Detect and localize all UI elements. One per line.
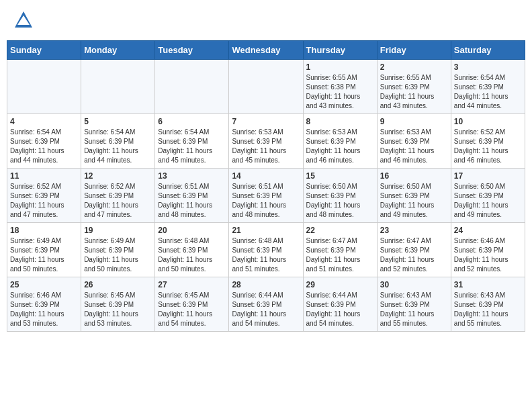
calendar-cell: 2Sunrise: 6:55 AM Sunset: 6:39 PM Daylig… bbox=[377, 60, 451, 114]
calendar-cell: 7Sunrise: 6:53 AM Sunset: 6:39 PM Daylig… bbox=[229, 114, 303, 169]
day-info: Sunrise: 6:50 AM Sunset: 6:39 PM Dayligh… bbox=[380, 183, 435, 218]
calendar-cell: 25Sunrise: 6:46 AM Sunset: 6:39 PM Dayli… bbox=[7, 277, 81, 332]
day-number: 12 bbox=[84, 171, 152, 181]
day-info: Sunrise: 6:52 AM Sunset: 6:39 PM Dayligh… bbox=[454, 128, 508, 164]
weekday-header-row: SundayMondayTuesdayWednesdayThursdayFrid… bbox=[7, 41, 525, 60]
day-number: 18 bbox=[10, 226, 78, 235]
calendar-cell: 30Sunrise: 6:43 AM Sunset: 6:39 PM Dayli… bbox=[377, 277, 451, 332]
calendar-cell: 1Sunrise: 6:55 AM Sunset: 6:38 PM Daylig… bbox=[303, 60, 377, 114]
day-number: 6 bbox=[158, 117, 226, 126]
calendar-cell bbox=[7, 60, 81, 114]
weekday-header-sunday: Sunday bbox=[7, 41, 81, 60]
day-number: 11 bbox=[10, 171, 78, 181]
calendar-cell: 6Sunrise: 6:54 AM Sunset: 6:39 PM Daylig… bbox=[155, 114, 229, 169]
logo-icon bbox=[13, 10, 34, 30]
calendar-cell: 29Sunrise: 6:44 AM Sunset: 6:39 PM Dayli… bbox=[303, 277, 377, 332]
calendar-cell: 19Sunrise: 6:49 AM Sunset: 6:39 PM Dayli… bbox=[81, 223, 155, 277]
day-info: Sunrise: 6:55 AM Sunset: 6:39 PM Dayligh… bbox=[380, 74, 435, 109]
weekday-header-friday: Friday bbox=[377, 41, 451, 60]
day-number: 3 bbox=[454, 62, 522, 72]
day-info: Sunrise: 6:45 AM Sunset: 6:39 PM Dayligh… bbox=[158, 291, 212, 327]
day-number: 19 bbox=[84, 226, 152, 235]
calendar-cell: 8Sunrise: 6:53 AM Sunset: 6:39 PM Daylig… bbox=[303, 114, 377, 169]
day-info: Sunrise: 6:48 AM Sunset: 6:39 PM Dayligh… bbox=[232, 237, 286, 273]
calendar-cell: 26Sunrise: 6:45 AM Sunset: 6:39 PM Dayli… bbox=[81, 277, 155, 332]
calendar-cell: 13Sunrise: 6:51 AM Sunset: 6:39 PM Dayli… bbox=[155, 169, 229, 223]
day-number: 24 bbox=[454, 226, 522, 235]
day-number: 4 bbox=[10, 117, 78, 126]
calendar-cell: 10Sunrise: 6:52 AM Sunset: 6:39 PM Dayli… bbox=[451, 114, 525, 169]
weekday-header-thursday: Thursday bbox=[303, 41, 377, 60]
day-info: Sunrise: 6:52 AM Sunset: 6:39 PM Dayligh… bbox=[10, 183, 64, 218]
day-number: 27 bbox=[158, 280, 226, 289]
day-number: 23 bbox=[380, 226, 448, 235]
day-info: Sunrise: 6:54 AM Sunset: 6:39 PM Dayligh… bbox=[158, 128, 212, 164]
day-number: 5 bbox=[84, 117, 152, 126]
calendar-cell: 24Sunrise: 6:46 AM Sunset: 6:39 PM Dayli… bbox=[451, 223, 525, 277]
calendar-cell: 28Sunrise: 6:44 AM Sunset: 6:39 PM Dayli… bbox=[229, 277, 303, 332]
calendar-cell: 31Sunrise: 6:43 AM Sunset: 6:39 PM Dayli… bbox=[451, 277, 525, 332]
day-info: Sunrise: 6:54 AM Sunset: 6:39 PM Dayligh… bbox=[10, 128, 64, 164]
calendar-cell: 23Sunrise: 6:47 AM Sunset: 6:39 PM Dayli… bbox=[377, 223, 451, 277]
day-number: 20 bbox=[158, 226, 226, 235]
day-number: 15 bbox=[306, 171, 374, 181]
day-number: 29 bbox=[306, 280, 374, 289]
day-info: Sunrise: 6:43 AM Sunset: 6:39 PM Dayligh… bbox=[380, 291, 435, 327]
day-info: Sunrise: 6:46 AM Sunset: 6:39 PM Dayligh… bbox=[454, 237, 508, 273]
calendar-cell bbox=[155, 60, 229, 114]
calendar-cell bbox=[81, 60, 155, 114]
day-info: Sunrise: 6:51 AM Sunset: 6:39 PM Dayligh… bbox=[232, 183, 286, 218]
day-number: 9 bbox=[380, 117, 448, 126]
logo bbox=[13, 10, 36, 30]
day-number: 13 bbox=[158, 171, 226, 181]
calendar-cell: 12Sunrise: 6:52 AM Sunset: 6:39 PM Dayli… bbox=[81, 169, 155, 223]
calendar-cell bbox=[229, 60, 303, 114]
day-info: Sunrise: 6:53 AM Sunset: 6:39 PM Dayligh… bbox=[232, 128, 286, 164]
calendar-week-row: 18Sunrise: 6:49 AM Sunset: 6:39 PM Dayli… bbox=[7, 223, 525, 277]
day-info: Sunrise: 6:47 AM Sunset: 6:39 PM Dayligh… bbox=[380, 237, 435, 273]
calendar-week-row: 1Sunrise: 6:55 AM Sunset: 6:38 PM Daylig… bbox=[7, 60, 525, 114]
day-number: 14 bbox=[232, 171, 300, 181]
calendar-week-row: 4Sunrise: 6:54 AM Sunset: 6:39 PM Daylig… bbox=[7, 114, 525, 169]
day-number: 1 bbox=[306, 62, 374, 72]
day-info: Sunrise: 6:44 AM Sunset: 6:39 PM Dayligh… bbox=[232, 291, 286, 327]
calendar-cell: 9Sunrise: 6:53 AM Sunset: 6:39 PM Daylig… bbox=[377, 114, 451, 169]
day-info: Sunrise: 6:51 AM Sunset: 6:39 PM Dayligh… bbox=[158, 183, 212, 218]
calendar-cell: 20Sunrise: 6:48 AM Sunset: 6:39 PM Dayli… bbox=[155, 223, 229, 277]
calendar-cell: 18Sunrise: 6:49 AM Sunset: 6:39 PM Dayli… bbox=[7, 223, 81, 277]
day-info: Sunrise: 6:49 AM Sunset: 6:39 PM Dayligh… bbox=[10, 237, 64, 273]
day-number: 22 bbox=[306, 226, 374, 235]
calendar-cell: 16Sunrise: 6:50 AM Sunset: 6:39 PM Dayli… bbox=[377, 169, 451, 223]
day-number: 31 bbox=[454, 280, 522, 289]
day-number: 21 bbox=[232, 226, 300, 235]
day-number: 17 bbox=[454, 171, 522, 181]
day-info: Sunrise: 6:44 AM Sunset: 6:39 PM Dayligh… bbox=[306, 291, 361, 327]
day-number: 30 bbox=[380, 280, 448, 289]
day-info: Sunrise: 6:48 AM Sunset: 6:39 PM Dayligh… bbox=[158, 237, 212, 273]
calendar-table: SundayMondayTuesdayWednesdayThursdayFrid… bbox=[7, 40, 525, 332]
day-number: 10 bbox=[454, 117, 522, 126]
weekday-header-saturday: Saturday bbox=[451, 41, 525, 60]
calendar-cell: 15Sunrise: 6:50 AM Sunset: 6:39 PM Dayli… bbox=[303, 169, 377, 223]
day-info: Sunrise: 6:50 AM Sunset: 6:39 PM Dayligh… bbox=[306, 183, 361, 218]
day-number: 25 bbox=[10, 280, 78, 289]
calendar-cell: 5Sunrise: 6:54 AM Sunset: 6:39 PM Daylig… bbox=[81, 114, 155, 169]
calendar-cell: 27Sunrise: 6:45 AM Sunset: 6:39 PM Dayli… bbox=[155, 277, 229, 332]
calendar-cell: 4Sunrise: 6:54 AM Sunset: 6:39 PM Daylig… bbox=[7, 114, 81, 169]
weekday-header-monday: Monday bbox=[81, 41, 155, 60]
day-info: Sunrise: 6:53 AM Sunset: 6:39 PM Dayligh… bbox=[306, 128, 361, 164]
calendar-week-row: 11Sunrise: 6:52 AM Sunset: 6:39 PM Dayli… bbox=[7, 169, 525, 223]
calendar-week-row: 25Sunrise: 6:46 AM Sunset: 6:39 PM Dayli… bbox=[7, 277, 525, 332]
day-info: Sunrise: 6:52 AM Sunset: 6:39 PM Dayligh… bbox=[84, 183, 138, 218]
day-number: 8 bbox=[306, 117, 374, 126]
calendar-cell: 11Sunrise: 6:52 AM Sunset: 6:39 PM Dayli… bbox=[7, 169, 81, 223]
day-info: Sunrise: 6:47 AM Sunset: 6:39 PM Dayligh… bbox=[306, 237, 361, 273]
day-info: Sunrise: 6:54 AM Sunset: 6:39 PM Dayligh… bbox=[84, 128, 138, 164]
calendar-cell: 21Sunrise: 6:48 AM Sunset: 6:39 PM Dayli… bbox=[229, 223, 303, 277]
day-number: 2 bbox=[380, 62, 448, 72]
day-info: Sunrise: 6:50 AM Sunset: 6:39 PM Dayligh… bbox=[454, 183, 508, 218]
day-info: Sunrise: 6:49 AM Sunset: 6:39 PM Dayligh… bbox=[84, 237, 138, 273]
page-header bbox=[7, 7, 525, 34]
weekday-header-wednesday: Wednesday bbox=[229, 41, 303, 60]
calendar-cell: 17Sunrise: 6:50 AM Sunset: 6:39 PM Dayli… bbox=[451, 169, 525, 223]
